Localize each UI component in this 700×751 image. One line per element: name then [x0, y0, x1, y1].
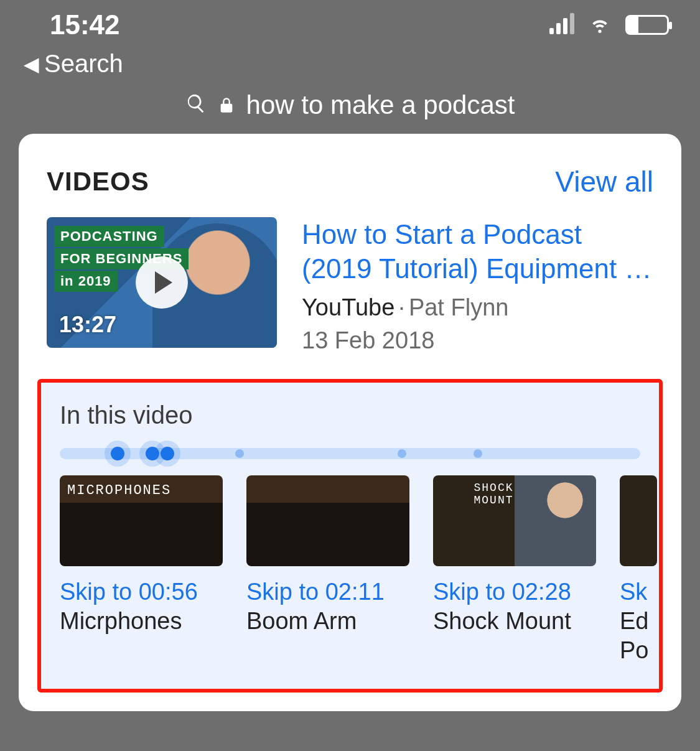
chapter-item[interactable]: Skip to 02:11Boom Arm [246, 475, 409, 664]
video-date: 13 Feb 2018 [302, 327, 653, 354]
status-bar: 15:42 [0, 0, 700, 50]
video-source-line: YouTube·Pat Flynn [302, 294, 653, 321]
chapters-timeline[interactable] [60, 448, 640, 459]
timeline-marker[interactable] [398, 449, 406, 458]
back-label: Search [44, 50, 123, 78]
battery-icon [625, 15, 669, 35]
timeline-marker[interactable] [146, 447, 159, 460]
results-card: VIDEOS View all PODCASTING FOR BEGINNERS… [19, 134, 681, 711]
play-icon[interactable] [136, 256, 188, 309]
chapter-skip-link[interactable]: Sk [620, 579, 657, 605]
chapter-overlay-label: MICROPHONES [67, 483, 171, 498]
signal-icon [549, 16, 574, 34]
video-title[interactable]: How to Start a Podcast (2019 Tutorial) E… [302, 217, 653, 286]
chapter-skip-link[interactable]: Skip to 00:56 [60, 579, 223, 605]
chapters-panel: In this video MICROPHONESSkip to 00:56Mi… [37, 379, 663, 693]
chapter-name: Po [620, 637, 657, 664]
chapter-name: Shock Mount [433, 608, 596, 635]
chapter-thumbnail[interactable] [620, 475, 657, 566]
timeline-marker[interactable] [161, 447, 174, 460]
chapter-item[interactable]: MICROPHONESSkip to 00:56Micrphones [60, 475, 223, 664]
wifi-icon [587, 9, 613, 40]
chapter-item[interactable]: SkEdPo [620, 475, 657, 664]
video-channel: Pat Flynn [409, 294, 509, 320]
timeline-marker[interactable] [111, 447, 124, 460]
chapter-skip-link[interactable]: Skip to 02:11 [246, 579, 409, 605]
chapter-name: Micrphones [60, 608, 223, 635]
chapter-thumbnail[interactable] [246, 475, 409, 566]
back-caret-icon: ◀ [24, 52, 39, 76]
status-icons [549, 9, 669, 40]
section-title: VIDEOS [47, 167, 149, 197]
chapters-heading: In this video [60, 401, 659, 429]
timeline-marker[interactable] [235, 449, 244, 458]
chapter-name: Ed [620, 608, 657, 635]
lock-icon [218, 90, 235, 120]
address-bar[interactable]: how to make a podcast [0, 84, 700, 134]
chapter-thumbnail[interactable]: SHOCK MOUNT [433, 475, 596, 566]
back-to-search[interactable]: ◀ Search [0, 50, 700, 84]
video-source: YouTube [302, 294, 394, 320]
view-all-link[interactable]: View all [555, 165, 653, 198]
search-icon [185, 90, 207, 120]
timeline-marker[interactable] [474, 449, 482, 458]
status-time: 15:42 [50, 9, 120, 40]
video-duration: 13:27 [59, 312, 116, 338]
thumb-tag: PODCASTING [54, 226, 164, 247]
thumb-tag: in 2019 [54, 271, 118, 292]
chapter-name: Boom Arm [246, 608, 409, 635]
video-result[interactable]: PODCASTING FOR BEGINNERS in 2019 13:27 H… [19, 217, 681, 354]
video-thumbnail[interactable]: PODCASTING FOR BEGINNERS in 2019 13:27 [47, 217, 277, 348]
url-text: how to make a podcast [246, 90, 515, 120]
chapter-skip-link[interactable]: Skip to 02:28 [433, 579, 596, 605]
chapter-item[interactable]: SHOCK MOUNTSkip to 02:28Shock Mount [433, 475, 596, 664]
chapter-thumbnail[interactable]: MICROPHONES [60, 475, 223, 566]
